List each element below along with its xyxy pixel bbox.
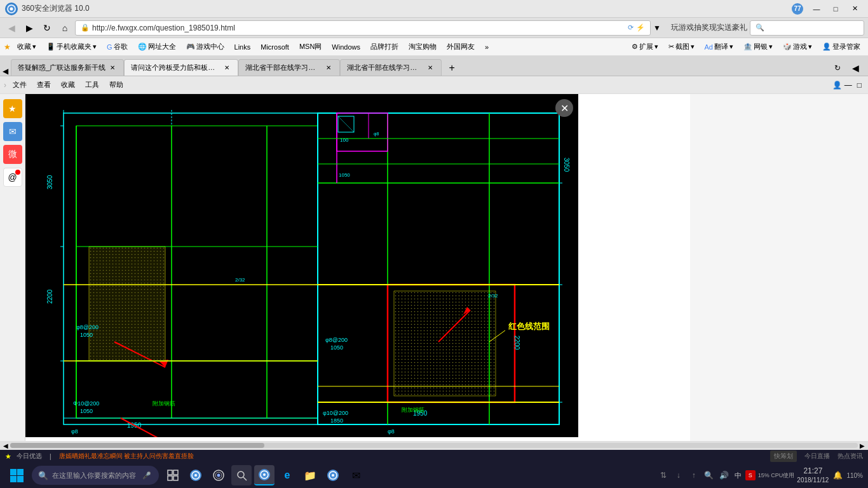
taskbar-browser-360[interactable]: [186, 465, 206, 485]
search-placeholder: 🔍: [756, 24, 764, 32]
cad-overlay: ✕: [25, 94, 578, 437]
tab-2[interactable]: 湖北省干部在线学习中心 ✕: [238, 59, 340, 76]
bookmark-login[interactable]: 👤登录管家: [818, 41, 864, 53]
hot-btn[interactable]: 热点资讯: [837, 452, 863, 461]
bookmark-msn[interactable]: MSN网: [295, 41, 325, 53]
refresh-button[interactable]: ↻: [39, 20, 55, 36]
sidebar-email[interactable]: @: [3, 168, 22, 187]
today-news[interactable]: 唐嫣晒婚礼最准忘瞬间 被主持人问伤害羞直捂脸: [59, 452, 194, 461]
toolbar-view[interactable]: 查看: [33, 79, 55, 91]
tab-3[interactable]: 湖北省干部在线学习中心 ✕: [340, 59, 442, 76]
dropdown-btn[interactable]: ▼: [653, 20, 663, 36]
minimize-button[interactable]: —: [808, 3, 825, 15]
bookmark-expand[interactable]: ⚙扩展▾: [628, 41, 662, 53]
system-tray: ⇅ ↓ ↑ 🔍 🔊 中 S 15% CPU使用 21:27 2018/11/12…: [657, 466, 863, 485]
taskbar-cortana[interactable]: [208, 465, 229, 485]
bookmark-google[interactable]: G谷歌: [103, 41, 132, 53]
system-clock[interactable]: 21:27 2018/11/12: [797, 466, 829, 485]
bookmark-microsoft[interactable]: Microsoft: [257, 42, 293, 52]
search-tray-icon[interactable]: 🔍: [703, 469, 715, 482]
taskbar-search-app[interactable]: [231, 465, 252, 485]
taskbar-mic-icon[interactable]: 🎤: [142, 471, 151, 480]
sidebar-sina[interactable]: 微: [3, 145, 22, 164]
toolbar-favorites[interactable]: 收藏: [57, 79, 79, 91]
tab-2-close[interactable]: ✕: [324, 64, 333, 72]
bookmark-banking[interactable]: 🏦网银▾: [740, 41, 776, 53]
bookmark-shoucang[interactable]: 收藏▾: [13, 41, 40, 53]
maximize-button[interactable]: □: [827, 3, 844, 15]
bookmark-wangzhi[interactable]: 🌐网址大全: [134, 41, 180, 53]
sogou-icon[interactable]: S: [745, 470, 756, 480]
svg-text:1050: 1050: [80, 332, 93, 338]
toolbar-file[interactable]: 文件: [9, 79, 31, 91]
bookmark-windows[interactable]: Windows: [328, 42, 364, 52]
toolbar-help[interactable]: 帮助: [105, 79, 127, 91]
bookmark-more[interactable]: »: [481, 42, 492, 52]
bookmark-brand[interactable]: 品牌打折: [367, 41, 402, 53]
tab-0-close[interactable]: ✕: [108, 64, 117, 72]
scroll-thumb[interactable]: [10, 443, 264, 448]
tab-prev-button[interactable]: ◀: [848, 60, 863, 76]
new-tab-button[interactable]: +: [444, 60, 459, 76]
battery-text: 110%: [846, 472, 863, 479]
svg-point-2: [10, 7, 13, 10]
bookmark-foreign[interactable]: 外国网友: [443, 41, 478, 53]
close-button[interactable]: ✕: [846, 3, 863, 15]
today-separator: |: [50, 453, 51, 460]
minimize-page-icon[interactable]: —: [844, 81, 852, 90]
taskbar-search-text: 在这里输入你要搜索的内容: [52, 471, 136, 480]
svg-text:附加钢筋: 附加钢筋: [402, 407, 424, 413]
tab-1-close[interactable]: ✕: [222, 64, 231, 72]
scroll-track[interactable]: [10, 443, 858, 448]
left-sidebar: ★ ✉ 微 @: [0, 94, 25, 441]
volume-icon[interactable]: 🔊: [718, 469, 731, 482]
scroll-right-btn[interactable]: ▶: [858, 442, 867, 449]
bookmark-phone[interactable]: 📱手机收藏夹▾: [43, 41, 100, 53]
start-button[interactable]: [5, 464, 28, 487]
svg-text:φ8: φ8: [374, 132, 379, 137]
taskbar-ie[interactable]: e: [277, 465, 297, 485]
horizontal-scrollbar[interactable]: ◀ ▶: [0, 441, 868, 450]
taskbar-task-view[interactable]: [163, 465, 183, 485]
tab-refresh-button[interactable]: ↻: [830, 60, 845, 76]
tab-3-close[interactable]: ✕: [426, 64, 435, 72]
bookmark-games2[interactable]: 🎲游戏▾: [779, 41, 816, 53]
restore-page-icon[interactable]: □: [857, 81, 862, 90]
browser-logo: [5, 3, 18, 15]
taskbar-mail[interactable]: ✉: [346, 465, 366, 485]
toolbar-tools[interactable]: 工具: [81, 79, 103, 91]
main-content: ★ ✉ 微 @ ✕: [0, 94, 868, 441]
home-button[interactable]: ⌂: [57, 20, 72, 36]
scroll-left-btn[interactable]: ◀: [1, 442, 10, 449]
bookmark-game[interactable]: 🎮游戏中心: [182, 41, 228, 53]
toolbar-bar: › 文件 查看 收藏 工具 帮助 👤 — □: [0, 76, 868, 94]
bookmark-taobao[interactable]: 淘宝购物: [405, 41, 440, 53]
taskbar-search-box[interactable]: 🔍 在这里输入你要搜索的内容 🎤: [32, 466, 159, 485]
svg-rect-82: [10, 476, 17, 482]
tab-0[interactable]: 答疑解惑_广联达服务新干线 ✕: [11, 59, 124, 76]
tab-1[interactable]: 请问这个跨板受力筋和板负筋的 ✕: [124, 59, 238, 76]
tab-nav-left[interactable]: ◀: [3, 67, 8, 76]
lang-indicator[interactable]: 中: [733, 471, 743, 480]
svg-text:附加钢筋: 附加钢筋: [153, 400, 175, 407]
bookmark-translate[interactable]: Ad翻译▾: [701, 41, 737, 53]
sidebar-star[interactable]: ★: [3, 99, 22, 118]
back-button[interactable]: ◀: [4, 20, 19, 36]
live-btn[interactable]: 今日直播: [804, 452, 830, 461]
search-box[interactable]: 🔍: [750, 20, 864, 36]
svg-text:红色线范围: 红色线范围: [508, 322, 550, 331]
taskbar-folder[interactable]: 📁: [300, 465, 320, 485]
browser-window: 360安全浏览器 10.0 77 — □ ✕ ◀ ▶ ↻ ⌂ 🔒 http://…: [0, 0, 868, 488]
svg-rect-80: [10, 469, 17, 475]
taskbar-360safe[interactable]: [323, 465, 343, 485]
action-center-icon[interactable]: 🔔: [831, 469, 844, 482]
sidebar-message[interactable]: ✉: [3, 122, 22, 141]
address-bar[interactable]: 🔒 http://e.fwxgx.com/question_1985019.ht…: [75, 20, 651, 36]
bookmark-screenshot[interactable]: ✂截图▾: [665, 41, 698, 53]
kuaichou-btn[interactable]: 快筹划: [770, 451, 797, 462]
forward-button[interactable]: ▶: [22, 20, 37, 36]
bookmark-links[interactable]: Links: [231, 42, 255, 52]
svg-text:φ10@200: φ10@200: [323, 410, 348, 416]
overlay-close-button[interactable]: ✕: [555, 99, 573, 117]
taskbar-active-360[interactable]: [254, 465, 275, 485]
